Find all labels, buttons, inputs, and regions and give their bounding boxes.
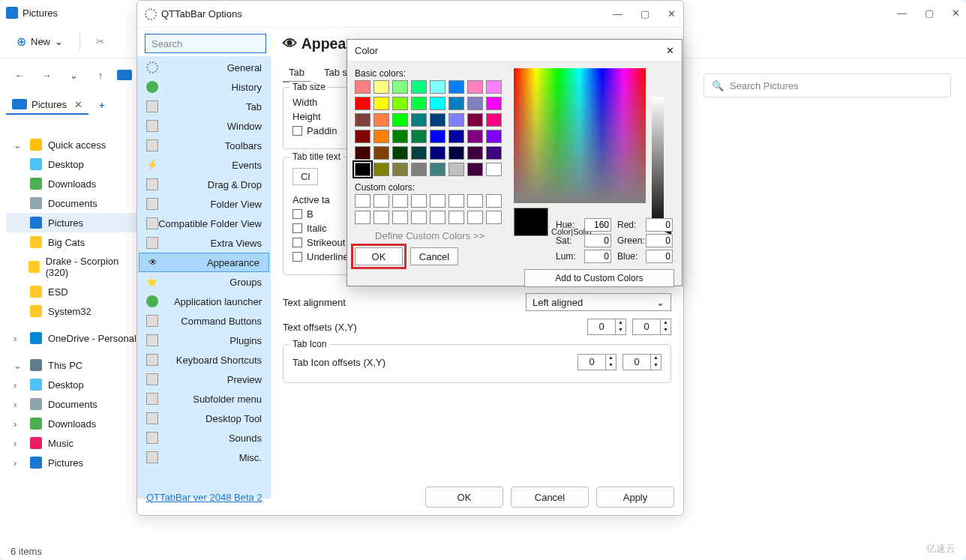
nav-item-application-launcher[interactable]: Application launcher xyxy=(137,292,271,311)
color-swatch[interactable] xyxy=(486,80,502,94)
custom-swatch[interactable] xyxy=(374,194,389,208)
green-input[interactable] xyxy=(646,234,673,247)
version-link[interactable]: QTTabBar ver 2048 Beta 2 xyxy=(146,492,262,503)
sat-input[interactable] xyxy=(584,234,611,247)
minimize-button[interactable]: — xyxy=(897,7,907,19)
color-swatch[interactable] xyxy=(355,113,370,127)
nav-item-events[interactable]: Events xyxy=(137,155,271,175)
new-button[interactable]: ⊕ New ⌄ xyxy=(9,31,70,52)
color-swatch[interactable] xyxy=(411,163,427,176)
color-swatch[interactable] xyxy=(486,97,502,110)
custom-swatch[interactable] xyxy=(486,211,502,224)
cancel-button[interactable]: Cancel xyxy=(511,487,589,508)
color-swatch[interactable] xyxy=(392,130,408,143)
nav-item-subfolder-menu[interactable]: Subfolder menu xyxy=(137,389,271,409)
color-swatch[interactable] xyxy=(467,97,483,110)
color-swatch[interactable] xyxy=(355,97,370,110)
color-swatch[interactable] xyxy=(448,80,464,94)
color-swatch[interactable] xyxy=(411,146,427,160)
color-swatch[interactable] xyxy=(467,130,483,143)
hue-input[interactable] xyxy=(584,218,611,232)
chevron-down-icon[interactable]: ⌄ xyxy=(63,70,84,81)
custom-swatch[interactable] xyxy=(486,194,502,208)
nav-item-plugins[interactable]: Plugins xyxy=(137,331,271,350)
custom-swatch[interactable] xyxy=(448,211,464,224)
sidebar-item-downloads[interactable]: ›Downloads xyxy=(6,414,156,433)
color-swatch[interactable] xyxy=(411,130,427,143)
nav-item-desktop-tool[interactable]: Desktop Tool xyxy=(137,409,271,428)
apply-button[interactable]: Apply xyxy=(596,487,674,508)
color-swatch[interactable] xyxy=(374,113,389,127)
custom-swatch[interactable] xyxy=(448,194,464,208)
color-swatch[interactable] xyxy=(467,113,483,127)
define-custom-link[interactable]: Define Custom Colors >> xyxy=(355,230,505,241)
cut-icon[interactable]: ✂ xyxy=(89,31,110,52)
nav-item-general[interactable]: General xyxy=(137,58,271,77)
color-ok-button[interactable]: OK xyxy=(355,247,403,265)
sidebar-item-esd[interactable]: ESD📌 xyxy=(6,282,156,301)
color-swatch[interactable] xyxy=(430,163,446,176)
padding-checkbox[interactable] xyxy=(292,126,302,136)
color-gradient[interactable] xyxy=(514,68,646,203)
sidebar-item-pictures[interactable]: ›Pictures xyxy=(6,453,156,472)
strikeout-checkbox[interactable] xyxy=(292,238,302,247)
custom-swatch[interactable] xyxy=(355,211,370,224)
color-swatch[interactable] xyxy=(486,163,502,176)
color-cancel-button[interactable]: Cancel xyxy=(410,247,458,265)
color-swatch[interactable] xyxy=(430,113,446,127)
custom-swatch[interactable] xyxy=(411,194,427,208)
custom-swatch[interactable] xyxy=(392,211,408,224)
color-swatch[interactable] xyxy=(467,163,483,176)
sidebar-item-documents[interactable]: Documents📌 xyxy=(6,193,156,213)
forward-button[interactable]: → xyxy=(36,70,57,81)
color-swatch[interactable] xyxy=(411,80,427,94)
nav-item-groups[interactable]: Groups xyxy=(137,272,271,292)
nav-item-compatible-folder-view[interactable]: Compatible Folder View xyxy=(137,214,271,233)
bold-checkbox[interactable] xyxy=(292,209,302,219)
sidebar-item-system32[interactable]: System32📌 xyxy=(6,301,156,321)
nav-item-tab[interactable]: Tab xyxy=(137,97,271,116)
sidebar-item-pictures[interactable]: Pictures📌 xyxy=(6,213,156,232)
luminance-slider[interactable] xyxy=(652,97,664,232)
custom-swatch[interactable] xyxy=(430,211,446,224)
color-swatch[interactable] xyxy=(430,80,446,94)
color-swatch[interactable] xyxy=(374,130,389,143)
color-swatch[interactable] xyxy=(392,97,408,110)
nav-item-toolbars[interactable]: Toolbars xyxy=(137,136,271,155)
nav-item-history[interactable]: History xyxy=(137,77,271,97)
sidebar-item-downloads[interactable]: Downloads📌 xyxy=(6,174,156,193)
sidebar-quick-access[interactable]: ⌄ Quick access xyxy=(6,135,156,154)
subtab-tab[interactable]: Tab xyxy=(283,64,310,82)
nav-item-sounds[interactable]: Sounds xyxy=(137,428,271,448)
up-button[interactable]: ↑ xyxy=(90,70,111,81)
nav-item-folder-view[interactable]: Folder View xyxy=(137,194,271,214)
close-button[interactable]: ✕ xyxy=(668,8,676,19)
color-swatch[interactable] xyxy=(486,146,502,160)
offset-y-input[interactable]: 0▲▼ xyxy=(632,319,671,335)
color-swatch[interactable] xyxy=(448,130,464,143)
maximize-button[interactable]: ▢ xyxy=(640,8,650,19)
nav-item-extra-views[interactable]: Extra Views xyxy=(137,233,271,253)
ok-button[interactable]: OK xyxy=(425,487,503,508)
icon-x-input[interactable]: 0▲▼ xyxy=(578,354,616,370)
sidebar-thispc[interactable]: ⌄ This PC xyxy=(6,355,156,375)
sidebar-item-desktop[interactable]: ›Desktop xyxy=(6,375,156,394)
custom-swatch[interactable] xyxy=(467,194,483,208)
color-button[interactable]: Cl xyxy=(292,168,318,185)
custom-swatch[interactable] xyxy=(411,211,427,224)
color-swatch[interactable] xyxy=(467,80,483,94)
search-input[interactable]: 🔍 Search Pictures xyxy=(704,73,951,97)
color-swatch[interactable] xyxy=(355,163,370,176)
tab-close-icon[interactable]: ✕ xyxy=(74,99,82,110)
nav-item-appearance[interactable]: Appearance xyxy=(139,253,269,272)
custom-swatch[interactable] xyxy=(430,194,446,208)
color-swatch[interactable] xyxy=(486,113,502,127)
color-swatch[interactable] xyxy=(430,130,446,143)
sidebar-item-big-cats[interactable]: Big Cats📌 xyxy=(6,232,156,252)
color-swatch[interactable] xyxy=(392,163,408,176)
color-swatch[interactable] xyxy=(355,80,370,94)
nav-item-window[interactable]: Window xyxy=(137,116,271,136)
sidebar-item-music[interactable]: ›Music xyxy=(6,433,156,453)
color-swatch[interactable] xyxy=(355,130,370,143)
tab-pictures[interactable]: Pictures ✕ xyxy=(6,96,88,115)
